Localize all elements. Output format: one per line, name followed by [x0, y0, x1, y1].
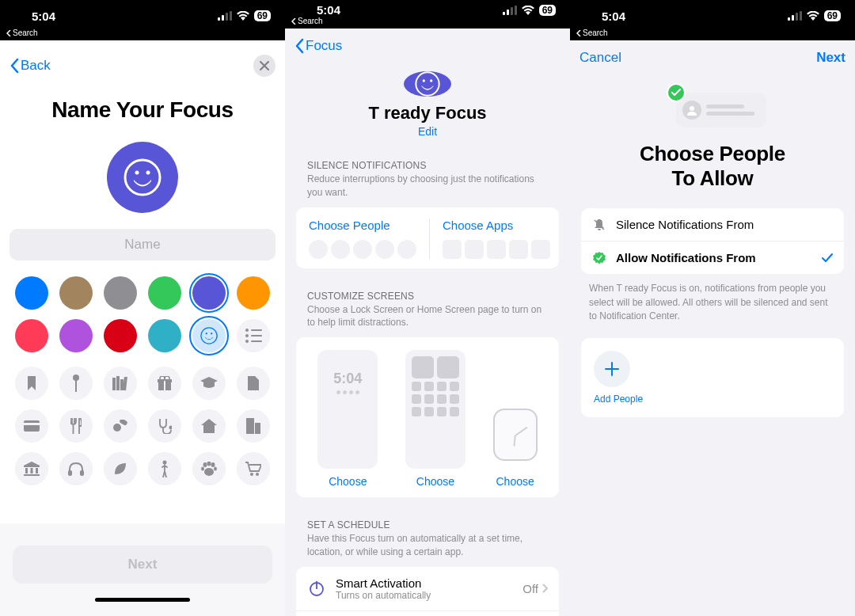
- glyph-pin[interactable]: [59, 367, 93, 400]
- svg-rect-32: [68, 470, 72, 476]
- breadcrumb-search[interactable]: Search: [570, 29, 855, 40]
- svg-point-25: [169, 426, 173, 430]
- watch-face-choose[interactable]: Choose: [493, 409, 538, 488]
- color-grid: [15, 276, 270, 352]
- focus-title: T ready Focus: [285, 103, 570, 124]
- svg-rect-43: [503, 12, 505, 15]
- back-button[interactable]: Focus: [294, 38, 342, 54]
- option-allow-from[interactable]: Allow Notifications From: [581, 241, 844, 274]
- home-screen-choose[interactable]: Choose: [405, 350, 466, 488]
- glyph-utensils[interactable]: [59, 409, 93, 443]
- close-button[interactable]: [253, 55, 276, 77]
- glyph-bookmark[interactable]: [15, 367, 48, 400]
- document-icon: [248, 376, 259, 390]
- option-silence-from[interactable]: Silence Notifications From: [581, 208, 844, 241]
- bank-icon: [24, 462, 40, 476]
- paw-icon: [201, 462, 217, 476]
- svg-rect-3: [230, 11, 232, 21]
- screen-focus-detail: 5:04 69 Search Focus T ready Focus Edit …: [285, 0, 570, 616]
- glyph-smiley-selected[interactable]: [192, 319, 226, 352]
- leaf-icon: [113, 462, 127, 476]
- glyph-document[interactable]: [237, 367, 270, 400]
- breadcrumb-search[interactable]: Search: [0, 29, 285, 40]
- page-title: Choose PeopleTo Allow: [586, 142, 839, 191]
- focus-icon-header: [404, 71, 451, 97]
- status-time: 5:04: [602, 10, 625, 23]
- stethoscope-icon: [158, 418, 172, 434]
- glyph-graduation[interactable]: [192, 367, 226, 400]
- list-icon: [245, 329, 262, 343]
- glyph-leaf[interactable]: [104, 452, 137, 485]
- glyph-paw[interactable]: [192, 452, 226, 485]
- glyph-headphones[interactable]: [59, 452, 93, 485]
- glyph-building[interactable]: [237, 409, 270, 443]
- edit-link[interactable]: Edit: [285, 125, 570, 138]
- signal-icon: [218, 11, 232, 21]
- home-indicator[interactable]: [95, 598, 190, 602]
- page-title: Name Your Focus: [0, 97, 285, 123]
- chevron-left-icon: [294, 38, 304, 54]
- glyph-grid: [15, 367, 270, 485]
- color-pink[interactable]: [15, 319, 48, 352]
- color-indigo[interactable]: [192, 276, 226, 310]
- glyph-card[interactable]: [15, 409, 48, 443]
- person-icon: [161, 460, 169, 477]
- back-button[interactable]: Back: [10, 58, 51, 74]
- name-input[interactable]: Name: [10, 229, 276, 260]
- add-people-button[interactable]: [594, 351, 630, 387]
- color-brown[interactable]: [59, 276, 93, 310]
- color-red[interactable]: [104, 319, 137, 352]
- choose-people-button[interactable]: Choose People: [296, 219, 429, 259]
- add-schedule-link[interactable]: Add Schedule: [296, 610, 559, 616]
- svg-rect-2: [226, 13, 228, 21]
- wifi-icon: [807, 11, 819, 21]
- watch-face-icon: [493, 409, 538, 461]
- next-button[interactable]: Next: [13, 546, 272, 584]
- plus-icon: [604, 361, 620, 377]
- color-purple[interactable]: [59, 319, 93, 352]
- glyph-stethoscope[interactable]: [148, 409, 181, 443]
- utensils-icon: [70, 418, 82, 434]
- bookmark-icon: [26, 376, 37, 390]
- glyph-cart[interactable]: [237, 452, 270, 485]
- section-schedule-label: SET A SCHEDULE: [285, 519, 570, 530]
- svg-rect-27: [255, 423, 260, 434]
- section-schedule-desc: Have this Focus turn on automatically at…: [285, 530, 570, 559]
- svg-rect-29: [31, 468, 33, 473]
- color-blue[interactable]: [15, 276, 48, 310]
- headphones-icon: [68, 462, 84, 476]
- books-icon: [112, 376, 128, 390]
- close-icon: [260, 61, 269, 70]
- color-green[interactable]: [148, 276, 181, 310]
- next-button[interactable]: Next: [816, 50, 846, 66]
- card-icon: [24, 420, 40, 432]
- svg-point-41: [250, 473, 253, 476]
- checkmark-badge-icon: [667, 83, 686, 102]
- color-orange[interactable]: [237, 276, 270, 310]
- section-screens-label: CUSTOMIZE SCREENS: [285, 291, 570, 302]
- glyph-bank[interactable]: [15, 452, 48, 485]
- glyph-gift[interactable]: [148, 367, 181, 400]
- glyph-pills[interactable]: [104, 409, 137, 443]
- svg-point-8: [206, 333, 207, 334]
- color-teal[interactable]: [148, 319, 181, 352]
- choose-apps-button[interactable]: Choose Apps: [429, 219, 563, 259]
- breadcrumb-search[interactable]: Search: [285, 17, 570, 29]
- svg-rect-21: [24, 420, 40, 432]
- people-placeholders: [309, 240, 416, 259]
- cancel-button[interactable]: Cancel: [580, 50, 621, 66]
- glyph-list[interactable]: [237, 319, 270, 352]
- pills-icon: [112, 420, 128, 432]
- wifi-icon: [237, 11, 249, 21]
- chevron-left-icon: [6, 30, 11, 36]
- lock-screen-choose[interactable]: 5:04 Choose: [317, 350, 378, 488]
- svg-rect-0: [218, 17, 220, 21]
- smart-activation-row[interactable]: Smart Activation Turns on automatically …: [296, 567, 559, 610]
- glyph-home[interactable]: [192, 409, 226, 443]
- glyph-person[interactable]: [148, 452, 181, 485]
- glyph-books[interactable]: [104, 367, 137, 400]
- footer: Next: [0, 523, 285, 616]
- color-gray[interactable]: [104, 276, 137, 310]
- battery-indicator: 69: [539, 5, 556, 16]
- svg-rect-12: [112, 378, 116, 390]
